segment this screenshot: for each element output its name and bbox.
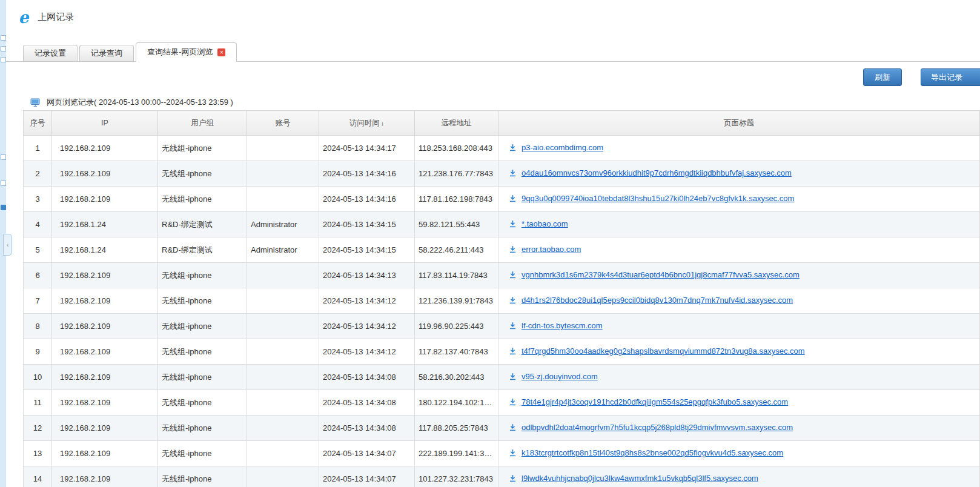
page-title-link[interactable]: error.taobao.com — [521, 245, 581, 254]
cell-account — [247, 339, 319, 365]
cell-seq: 13 — [24, 441, 52, 466]
page-title-link[interactable]: p3-aio.ecombdimg.com — [521, 143, 603, 152]
cell-page-title: 78t4e1gjr4p4jt3coqv191hcd2b0dfkqjiigm554… — [498, 390, 980, 416]
cell-ip: 192.168.2.109 — [52, 161, 158, 187]
cell-remote: 117.88.205.25:7843 — [415, 416, 498, 441]
cell-account — [247, 187, 319, 212]
page-info-icon — [509, 423, 517, 433]
cell-ip: 192.168.2.109 — [52, 187, 158, 212]
nav-strip-box — [1, 154, 6, 160]
tab-query-results-web-browsing[interactable]: 查询结果-网页浏览 × — [136, 42, 237, 62]
page-title-link[interactable]: l9lwdk4vuhhjcnabq0jlcu3lkw4awmxfmk1u5vkq… — [521, 474, 758, 483]
cell-page-title: 9qq3u0q0099740ioa10tebdat8l3hshu15u27ki0… — [498, 187, 980, 212]
cell-remote: 58.222.46.211:443 — [415, 237, 498, 263]
cell-seq: 3 — [24, 187, 52, 212]
nav-strip-box — [1, 35, 6, 41]
table-row: 6192.168.2.109无线组-iphone2024-05-13 14:34… — [24, 263, 980, 288]
nav-strip-box — [1, 57, 6, 62]
column-header-ip[interactable]: IP — [52, 111, 158, 136]
cell-seq: 7 — [24, 288, 52, 314]
cell-group: 无线组-iphone — [158, 161, 247, 187]
cell-group: 无线组-iphone — [158, 416, 247, 441]
cell-time: 2024-05-13 14:34:08 — [319, 365, 415, 390]
cell-time: 2024-05-13 14:34:16 — [319, 161, 415, 187]
close-icon[interactable]: × — [217, 48, 225, 56]
tab-bar: 记录设置 记录查询 查询结果-网页浏览 × — [6, 34, 980, 62]
page-title-link[interactable]: vgnhbmrk3d1s6m2379k4s4d3tuar6eptd4b6bnc0… — [521, 270, 800, 279]
page-title-link[interactable]: d4h1rs2l76bdoc28ui1ql5eps9ccil0bidq8v130… — [521, 296, 793, 305]
cell-account — [247, 314, 319, 339]
page-title-link[interactable]: 78t4e1gjr4p4jt3coqv191hcd2b0dfkqjiigm554… — [521, 397, 788, 406]
page-title-link[interactable]: v95-zj.douyinvod.com — [521, 372, 598, 381]
cell-ip: 192.168.2.109 — [52, 466, 158, 487]
cell-account — [247, 441, 319, 466]
cell-account — [247, 365, 319, 390]
column-header-seq[interactable]: 序号 — [24, 111, 52, 136]
cell-account — [247, 161, 319, 187]
page-title-link[interactable]: odlbpvdhl2doat4mogrfvm7h5fu1kcqp5j268pld… — [521, 423, 793, 432]
column-header-time-label: 访问时间 — [349, 119, 380, 127]
column-header-group[interactable]: 用户组 — [158, 111, 247, 136]
cell-ip: 192.168.2.109 — [52, 416, 158, 441]
cell-seq: 11 — [24, 390, 52, 416]
column-header-time[interactable]: 访问时间↓ — [319, 111, 415, 136]
cell-remote: 180.122.194.102:10... — [415, 390, 498, 416]
table-row: 14192.168.2.109无线组-iphone2024-05-13 14:3… — [24, 466, 980, 487]
page-info-icon — [509, 347, 517, 357]
tab-record-query[interactable]: 记录查询 — [79, 45, 134, 61]
cell-time: 2024-05-13 14:34:07 — [319, 441, 415, 466]
app-window: ‹ e 上网记录 记录设置 记录查询 查询结果-网页浏览 × 刷新 导出记录 — [0, 0, 980, 487]
page-info-icon — [509, 245, 517, 255]
cell-account: Administrator — [247, 212, 319, 237]
tab-record-settings[interactable]: 记录设置 — [23, 45, 78, 61]
page-title-link[interactable]: k183tcrgtrtcotfkp8n15tl40st9q8hs8s2bnse0… — [521, 448, 783, 457]
page-title: 上网记录 — [38, 12, 74, 23]
cell-group: 无线组-iphone — [158, 288, 247, 314]
cell-seq: 9 — [24, 339, 52, 365]
cell-ip: 192.168.1.24 — [52, 237, 158, 263]
page-info-icon — [509, 144, 517, 153]
cell-account — [247, 466, 319, 487]
cell-page-title: odlbpvdhl2doat4mogrfvm7h5fu1kcqp5j268pld… — [498, 416, 980, 441]
caption-text: 网页浏览记录( 2024-05-13 00:00--2024-05-13 23:… — [47, 97, 233, 108]
cell-ip: 192.168.2.109 — [52, 314, 158, 339]
cell-seq: 1 — [24, 136, 52, 161]
tab-label: 记录查询 — [91, 48, 122, 59]
page-title-link[interactable]: lf-cdn-tos.bytescm.com — [521, 321, 603, 330]
column-header-remote[interactable]: 远程地址 — [415, 111, 498, 136]
page-title-link[interactable]: *.taobao.com — [521, 219, 568, 228]
cell-account — [247, 136, 319, 161]
cell-remote: 117.81.162.198:7843 — [415, 187, 498, 212]
cell-group: 无线组-iphone — [158, 390, 247, 416]
cell-page-title: t4f7qrgd5hm30oo4aadkeg0g2shapslbavrdsmqv… — [498, 339, 980, 365]
cell-remote: 118.253.168.208:443 — [415, 136, 498, 161]
cell-time: 2024-05-13 14:34:12 — [319, 339, 415, 365]
cell-seq: 5 — [24, 237, 52, 263]
cell-time: 2024-05-13 14:34:13 — [319, 263, 415, 288]
cell-page-title: k183tcrgtrtcotfkp8n15tl40st9q8hs8s2bnse0… — [498, 441, 980, 466]
cell-account — [247, 288, 319, 314]
export-records-button[interactable]: 导出记录 — [921, 68, 980, 86]
cell-page-title: o4dau16omnvcs73omv96orkkiudhit9p7cdrh6mg… — [498, 161, 980, 187]
column-header-account[interactable]: 账号 — [247, 111, 319, 136]
table-header-row: 序号 IP 用户组 账号 访问时间↓ 远程地址 页面标题 — [24, 111, 980, 136]
cell-remote: 59.82.121.55:443 — [415, 212, 498, 237]
table-row: 2192.168.2.109无线组-iphone2024-05-13 14:34… — [24, 161, 980, 187]
cell-ip: 192.168.2.109 — [52, 390, 158, 416]
column-header-title[interactable]: 页面标题 — [498, 111, 980, 136]
cell-account — [247, 416, 319, 441]
page-title-link[interactable]: o4dau16omnvcs73omv96orkkiudhit9p7cdrh6mg… — [521, 168, 792, 177]
cell-ip: 192.168.2.109 — [52, 339, 158, 365]
cell-group: 无线组-iphone — [158, 187, 247, 212]
cell-ip: 192.168.2.109 — [52, 365, 158, 390]
page-title-link[interactable]: 9qq3u0q0099740ioa10tebdat8l3hshu15u27ki0… — [521, 194, 794, 203]
cell-page-title: v95-zj.douyinvod.com — [498, 365, 980, 390]
panel-collapse-handle[interactable]: ‹ — [3, 234, 12, 256]
table-row: 12192.168.2.109无线组-iphone2024-05-13 14:3… — [24, 416, 980, 441]
cell-seq: 14 — [24, 466, 52, 487]
refresh-button[interactable]: 刷新 — [863, 68, 902, 86]
cell-group: 无线组-iphone — [158, 314, 247, 339]
table-row: 3192.168.2.109无线组-iphone2024-05-13 14:34… — [24, 187, 980, 212]
tab-label: 查询结果-网页浏览 — [147, 47, 213, 58]
page-title-link[interactable]: t4f7qrgd5hm30oo4aadkeg0g2shapslbavrdsmqv… — [521, 346, 805, 356]
